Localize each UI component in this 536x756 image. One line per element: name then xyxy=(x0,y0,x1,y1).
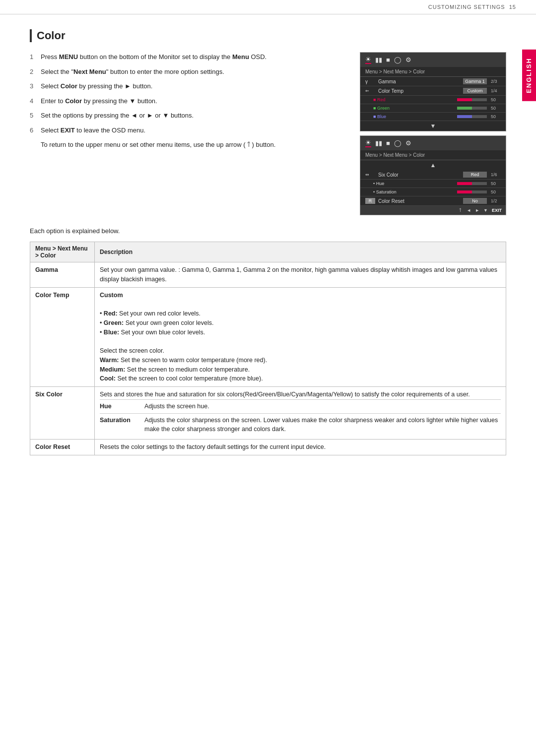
osd-red-bar xyxy=(457,98,487,101)
osd-colortemp-label: Color Temp xyxy=(378,88,463,94)
osd-blue-label: ■ Blue xyxy=(365,114,457,119)
page-header: CUSTOMIZING SETTINGS 15 xyxy=(0,0,536,14)
section-label: CUSTOMIZING SETTINGS xyxy=(428,4,505,10)
osd-gamma-badge: Gamma 1 xyxy=(463,78,487,84)
osd-row-gamma: γ Gamma Gamma 1 2/3 xyxy=(360,77,506,86)
osd-screen-2: ☀ ▮▮ ■ ◯ ⚙ Menu > Next Menu > Color ▲ ⇔ … xyxy=(360,135,506,215)
osd2-colorreset-icon: R xyxy=(365,198,375,204)
osd-icon-menu: ▮▮ xyxy=(375,56,382,63)
hue-inner-label: Hue xyxy=(100,399,144,413)
osd-red-fill xyxy=(457,98,472,101)
osd2-sixcolor-label: Six Color xyxy=(378,172,463,178)
osd2-icon-square: ■ xyxy=(386,139,390,147)
osd2-hue-label: • Hue xyxy=(365,181,457,186)
osd2-footer-down: ▼ xyxy=(483,208,488,213)
osd-row-red: ■ Red 50 xyxy=(360,96,506,104)
osd-down-arrow-row: ▼ xyxy=(360,121,506,131)
step-4: 4 Enter to Color by pressing the ▼ butto… xyxy=(30,96,345,106)
osd-red-value: 50 xyxy=(491,97,501,102)
osd-colortemp-count: 1/4 xyxy=(491,88,501,93)
table-row-colortemp: Color Temp Custom • Red: Set your own re… xyxy=(30,287,506,387)
osd-blue-bar-container: 50 xyxy=(457,114,501,119)
osd-gamma-label: Gamma xyxy=(378,79,463,84)
step-num-2: 2 xyxy=(30,67,37,77)
osd2-sixcolor-icon: ⇔ xyxy=(365,172,375,177)
osd-blue-value: 50 xyxy=(491,114,501,119)
osd2-hue-bar xyxy=(457,182,487,185)
step-text-6: Select EXIT to leave the OSD menu. xyxy=(41,126,345,135)
osd2-sixcolor-count: 1/6 xyxy=(491,172,501,177)
table-row-gamma: Gamma Set your own gamma value. : Gamma … xyxy=(30,262,506,288)
osd-gamma-badge-container: Gamma 1 2/3 xyxy=(463,78,501,84)
osd-icon-sun: ☀ xyxy=(365,56,371,64)
step-5: 5 Set the options by pressing the ◄ or ►… xyxy=(30,111,345,121)
osd-icons-row-1: ☀ ▮▮ ■ ◯ ⚙ xyxy=(360,53,506,67)
step-6: 6 Select EXIT to leave the OSD menu. xyxy=(30,126,345,135)
osd2-colorreset-count: 1/2 xyxy=(491,198,501,203)
osd-green-label: ■ Green xyxy=(365,106,457,111)
step-text-1: Press MENU button on the bottom of the M… xyxy=(41,52,345,62)
osd2-row-saturation: • Saturation 50 xyxy=(360,188,506,196)
osd-breadcrumb-2: Menu > Next Menu > Color xyxy=(360,150,506,160)
top-section: 1 Press MENU button on the bottom of the… xyxy=(30,52,506,215)
osd2-saturation-bar xyxy=(457,190,487,193)
table-row-colorreset: Color Reset Resets the color settings to… xyxy=(30,440,506,455)
gamma-label: Gamma xyxy=(30,262,95,288)
step-text-4: Enter to Color by pressing the ▼ button. xyxy=(41,96,345,106)
table-row-sixcolor: Six Color Sets and stores the hue and sa… xyxy=(30,387,506,440)
osd-icons-row-2: ☀ ▮▮ ■ ◯ ⚙ xyxy=(360,136,506,150)
sixcolor-label: Six Color xyxy=(30,387,95,440)
col-description-header: Description xyxy=(95,242,506,262)
step-text-5: Set the options by pressing the ◄ or ► o… xyxy=(41,111,345,121)
osd2-sixcolor-badge-container: Red 1/6 xyxy=(463,172,501,178)
colorreset-label: Color Reset xyxy=(30,440,95,455)
osd2-hue-bar-container: 50 xyxy=(457,181,501,186)
colortemp-description: Custom • Red: Set your own red color lev… xyxy=(95,287,506,387)
osd-row-colortemp: ⇐ Color Temp Custom 1/4 xyxy=(360,86,506,96)
osd-down-arrow-icon: ▼ xyxy=(430,123,436,129)
osd2-hue-fill xyxy=(457,182,472,185)
osd-breadcrumb-1: Menu > Next Menu > Color xyxy=(360,67,506,77)
step-num-6: 6 xyxy=(30,126,37,135)
osd-green-value: 50 xyxy=(491,106,501,111)
step-num-3: 3 xyxy=(30,81,37,91)
step-3: 3 Select Color by pressing the ► button. xyxy=(30,81,345,91)
saturation-inner-label: Saturation xyxy=(100,413,144,436)
colorreset-description: Resets the color settings to the factory… xyxy=(95,440,506,455)
osd-colortemp-badge-container: Custom 1/4 xyxy=(463,88,501,94)
page-title: Color xyxy=(30,29,506,42)
osd-icon-gear: ⚙ xyxy=(405,56,411,63)
sixcolor-description: Sets and stores the hue and saturation f… xyxy=(95,387,506,440)
inner-row-saturation: Saturation Adjusts the color sharpness o… xyxy=(100,413,501,436)
osd-colortemp-badge: Custom xyxy=(463,88,487,94)
osd-section: ☀ ▮▮ ■ ◯ ⚙ Menu > Next Menu > Color γ Ga… xyxy=(360,52,506,215)
osd-green-bar xyxy=(457,107,487,110)
step-num-1: 1 xyxy=(30,52,37,62)
page-number: 15 xyxy=(509,4,516,10)
osd-gamma-count: 2/3 xyxy=(491,79,501,84)
osd-green-fill xyxy=(457,107,472,110)
osd2-colorreset-badge-container: No 1/2 xyxy=(463,198,501,204)
osd2-icon-sun: ☀ xyxy=(365,139,371,147)
sixcolor-inner-table: Hue Adjusts the screen hue. Saturation A… xyxy=(100,399,501,436)
osd2-up-arrow-icon: ▲ xyxy=(430,162,436,169)
osd-green-bar-container: 50 xyxy=(457,106,501,111)
osd2-footer-left: ◄ xyxy=(467,208,471,213)
options-table: Menu > Next Menu > Color Description Gam… xyxy=(30,242,506,455)
osd2-footer-exit: EXIT xyxy=(492,208,502,213)
step-num-4: 4 xyxy=(30,96,37,106)
step-text-2: Select the "Next Menu" button to enter t… xyxy=(41,67,345,77)
osd-icon-circle: ◯ xyxy=(394,56,402,63)
gamma-description: Set your own gamma value. : Gamma 0, Gam… xyxy=(95,262,506,288)
osd2-footer-right: ► xyxy=(475,208,479,213)
osd2-row-sixcolor: ⇔ Six Color Red 1/6 xyxy=(360,170,506,180)
hue-inner-desc: Adjusts the screen hue. xyxy=(144,399,501,413)
osd2-row-colorreset: R Color Reset No 1/2 xyxy=(360,196,506,206)
osd2-saturation-bar-container: 50 xyxy=(457,189,501,194)
osd-blue-fill xyxy=(457,115,472,118)
step-num-5: 5 xyxy=(30,111,37,121)
osd-blue-bar xyxy=(457,115,487,118)
osd2-icon-circle: ◯ xyxy=(394,139,402,147)
osd-colortemp-icon: ⇐ xyxy=(365,88,375,93)
osd-row-blue: ■ Blue 50 xyxy=(360,113,506,121)
